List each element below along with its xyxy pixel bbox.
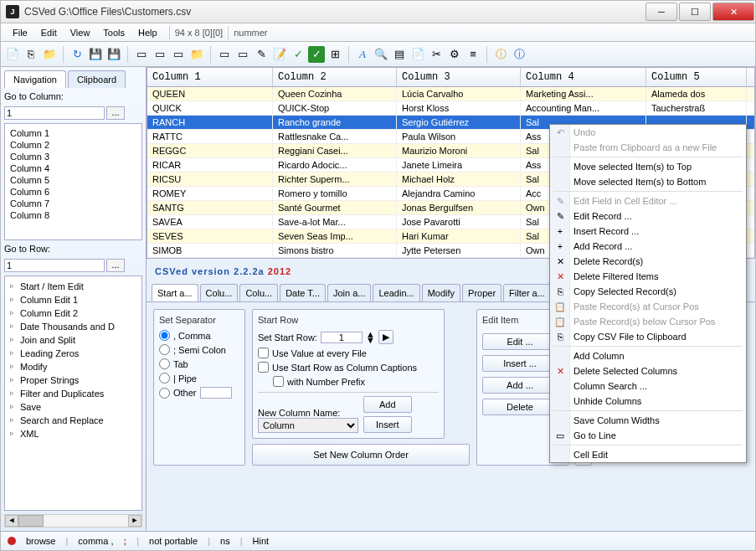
- context-menu-item[interactable]: Add Column: [550, 348, 746, 363]
- column-list-item[interactable]: Column 2: [8, 139, 138, 151]
- window1-icon[interactable]: ▭: [133, 46, 150, 63]
- tree-item[interactable]: Proper Strings: [8, 373, 138, 387]
- lower-tab[interactable]: Leadin...: [373, 284, 419, 301]
- note-icon[interactable]: 📝: [271, 46, 288, 63]
- insert-button[interactable]: Insert ...: [482, 355, 558, 372]
- table-row[interactable]: QUEENQueen CozinhaLúcia CarvalhoMarketin…: [147, 87, 754, 101]
- save-icon[interactable]: 💾: [87, 46, 104, 63]
- goto-column-button[interactable]: ...: [106, 106, 125, 120]
- context-menu-item[interactable]: ⎘Copy Selected Record(s): [550, 284, 746, 299]
- table-cell[interactable]: Simons bistro: [273, 244, 397, 257]
- column-list-item[interactable]: Column 5: [8, 174, 138, 186]
- table-cell[interactable]: SIMOB: [147, 244, 273, 257]
- column-header[interactable]: Column 5: [646, 68, 747, 86]
- column-list-item[interactable]: Column 8: [8, 209, 138, 221]
- sidebar-hscrollbar[interactable]: ◄ ►: [4, 514, 142, 528]
- column-header[interactable]: Column 4: [521, 68, 646, 86]
- menu-file[interactable]: File: [6, 26, 34, 39]
- navigation-tree[interactable]: Start / Item EditColumn Edit 1Column Edi…: [4, 276, 142, 511]
- table-cell[interactable]: Queen Cozinha: [273, 87, 397, 100]
- doc-icon[interactable]: 📄: [409, 46, 426, 63]
- tree-item[interactable]: Column Edit 1: [8, 293, 138, 306]
- menu-tools[interactable]: Tools: [96, 26, 131, 39]
- table-cell[interactable]: QUICK-Stop: [273, 101, 397, 115]
- search-icon[interactable]: 🔍: [373, 46, 389, 63]
- table-cell[interactable]: Maurizio Moroni: [397, 144, 521, 157]
- table-row[interactable]: QUICKQUICK-StopHorst KlossAccounting Man…: [147, 101, 754, 116]
- table-cell[interactable]: RICSU: [147, 173, 273, 186]
- tree-item[interactable]: Column Edit 2: [8, 306, 138, 320]
- lower-tab[interactable]: Proper: [462, 284, 501, 301]
- table-cell[interactable]: Save-a-lot Mar...: [273, 215, 397, 229]
- context-menu-item[interactable]: ✕Delete Record(s): [550, 254, 746, 269]
- table-cell[interactable]: RATTC: [147, 130, 273, 143]
- table-cell[interactable]: Taucherstraß: [646, 101, 747, 115]
- column-header[interactable]: Column 1: [147, 68, 273, 86]
- lower-tab[interactable]: Filter a...: [503, 284, 551, 301]
- tree-item[interactable]: Join and Split: [8, 333, 138, 347]
- tree-item[interactable]: Start / Item Edit: [8, 280, 138, 293]
- chk-everyfile[interactable]: [258, 348, 269, 358]
- font-icon[interactable]: A: [354, 46, 371, 63]
- table-cell[interactable]: Hari Kumar: [397, 229, 521, 243]
- new-icon[interactable]: 📄: [4, 46, 21, 63]
- edit-button[interactable]: Edit ...: [482, 333, 558, 350]
- table-cell[interactable]: RICAR: [147, 158, 273, 172]
- tab-clipboard[interactable]: Clipboard: [68, 70, 126, 88]
- table-cell[interactable]: ROMEY: [147, 187, 273, 200]
- menu-help[interactable]: Help: [131, 26, 164, 39]
- table-cell[interactable]: Sergio Gutiérrez: [397, 116, 521, 129]
- table-cell[interactable]: Lúcia Carvalho: [397, 87, 521, 100]
- context-menu-item[interactable]: Column Search ...: [550, 378, 746, 394]
- context-menu-item[interactable]: ▭Go to Line: [550, 428, 746, 443]
- column-list[interactable]: Column 1Column 2Column 3Column 4Column 5…: [4, 123, 142, 240]
- radio-other[interactable]: [159, 388, 170, 399]
- table-cell[interactable]: QUICK: [147, 101, 273, 115]
- start-row-input[interactable]: [321, 332, 363, 343]
- table-cell[interactable]: Romero y tomillo: [273, 187, 397, 200]
- check2-icon[interactable]: ✓: [308, 46, 325, 63]
- radio-tab[interactable]: [159, 358, 170, 369]
- lower-tab[interactable]: Colu...: [239, 284, 278, 301]
- table-cell[interactable]: Marketing Assi...: [521, 87, 646, 100]
- table-cell[interactable]: Jonas Bergulfsen: [397, 201, 521, 214]
- scroll-right-icon[interactable]: ►: [128, 515, 141, 527]
- start-row-go[interactable]: ▶: [378, 330, 393, 344]
- context-menu-item[interactable]: Cell Edit: [550, 447, 746, 462]
- tree-item[interactable]: Date Thousands and D: [8, 320, 138, 333]
- table-cell[interactable]: Reggiani Casei...: [273, 144, 397, 157]
- lower-tab[interactable]: Modify: [422, 284, 460, 301]
- tools-icon[interactable]: ✂: [428, 46, 445, 63]
- lower-tab[interactable]: Colu...: [200, 284, 239, 301]
- tool2-icon[interactable]: ▭: [234, 46, 251, 63]
- new-column-select[interactable]: Column: [258, 418, 358, 433]
- table-cell[interactable]: Michael Holz: [397, 173, 521, 186]
- chk-captions[interactable]: [258, 362, 269, 373]
- lower-tab[interactable]: Join a...: [327, 284, 372, 301]
- menu-edit[interactable]: Edit: [34, 26, 64, 39]
- chk-numprefix[interactable]: [273, 376, 284, 387]
- context-menu-item[interactable]: Move selected Item(s) to Bottom: [550, 174, 746, 189]
- minimize-button[interactable]: ─: [645, 3, 677, 21]
- radio-semi[interactable]: [159, 344, 170, 355]
- tree-item[interactable]: XML: [8, 427, 138, 440]
- folder2-icon[interactable]: 📁: [188, 46, 205, 63]
- table-cell[interactable]: Alejandra Camino: [397, 187, 521, 200]
- saveall-icon[interactable]: 💾: [105, 46, 122, 63]
- add-column-button[interactable]: Add: [363, 396, 412, 413]
- column-header[interactable]: Column 3: [397, 68, 521, 86]
- table-cell[interactable]: SEVES: [147, 229, 273, 243]
- table-cell[interactable]: Seven Seas Imp...: [273, 229, 397, 243]
- folder-icon[interactable]: 📁: [41, 46, 58, 63]
- context-menu-item[interactable]: Move selected Item(s) to Top: [550, 159, 746, 174]
- table-cell[interactable]: SAVEA: [147, 215, 273, 229]
- tool3-icon[interactable]: ⊞: [327, 46, 343, 63]
- context-menu-item[interactable]: Save Column Widths: [550, 413, 746, 428]
- context-menu-item[interactable]: ⎘Copy CSV File to Clipboard: [550, 329, 746, 344]
- table-cell[interactable]: REGGC: [147, 144, 273, 157]
- set-column-order-button[interactable]: Set New Column Order: [252, 444, 470, 466]
- table-cell[interactable]: Jytte Petersen: [397, 244, 521, 257]
- table-cell[interactable]: Paula Wilson: [397, 130, 521, 143]
- context-menu-item[interactable]: Unhide Columns: [550, 394, 746, 409]
- table-cell[interactable]: Ricardo Adocic...: [273, 158, 397, 172]
